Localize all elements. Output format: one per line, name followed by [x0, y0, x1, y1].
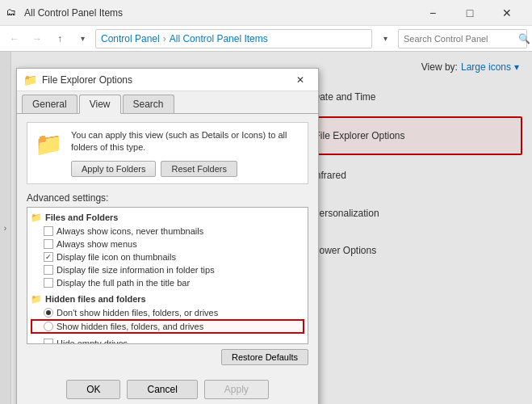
window-controls: − □ ✕	[414, 0, 526, 26]
checkbox-always-menus[interactable]	[44, 239, 53, 249]
adv-item-show-hidden[interactable]: Show hidden files, folders, and drives	[31, 319, 304, 334]
minimize-button[interactable]: −	[414, 0, 451, 26]
advanced-settings-list[interactable]: 📁 Files and Folders Always show icons, n…	[27, 207, 308, 344]
breadcrumb: Control Panel › All Control Panel Items	[95, 29, 372, 48]
refresh-arrow[interactable]: ▾	[375, 29, 395, 48]
adv-item-always-icons-label: Always show icons, never thumbnails	[57, 226, 203, 236]
breadcrumb-sep: ›	[163, 33, 166, 44]
folder-views-content: You can apply this view (such as Details…	[71, 129, 301, 177]
adv-item-always-icons[interactable]: Always show icons, never thumbnails	[31, 225, 304, 238]
checkbox-fullpath[interactable]	[44, 278, 53, 288]
adv-item-file-icon-thumbnails-label: Display file icon on thumbnails	[57, 252, 176, 262]
hidden-files-header[interactable]: 📁 Hidden files and folders	[31, 292, 304, 306]
dialog-tabs: General View Search	[17, 91, 318, 114]
adv-item-file-icon-thumbnails[interactable]: Display file icon on thumbnails	[31, 250, 304, 263]
apply-to-folders-button[interactable]: Apply to Folders	[71, 161, 156, 177]
checkbox-always-icons[interactable]	[44, 226, 53, 236]
dialog-controls: ✕	[289, 70, 312, 90]
adv-item-filesize-info[interactable]: Display file size information in folder …	[31, 263, 304, 276]
window-icon: 🗂	[6, 6, 19, 19]
radio-dont-show-hidden[interactable]	[44, 308, 53, 318]
adv-item-filesize-info-label: Display file size information in folder …	[57, 265, 215, 275]
restore-defaults-button[interactable]: Restore Defaults	[221, 349, 308, 365]
tab-search[interactable]: Search	[123, 95, 174, 113]
file-explorer-options-dialog: 📁 File Explorer Options ✕ General View S…	[16, 68, 319, 404]
folder-views-section: 📁 You can apply this view (such as Detai…	[27, 122, 308, 184]
adv-item-fullpath[interactable]: Display the full path in the title bar	[31, 276, 304, 289]
dialog-title-bar: 📁 File Explorer Options ✕	[17, 69, 318, 91]
adv-item-hide-empty-drives[interactable]: Hide empty drives	[31, 337, 304, 344]
reset-folders-button[interactable]: Reset Folders	[161, 161, 237, 177]
up-button[interactable]: ↑	[50, 29, 69, 48]
maximize-button[interactable]: □	[451, 0, 488, 26]
search-input[interactable]	[404, 34, 515, 44]
breadcrumb-segment2[interactable]: All Control Panel Items	[170, 33, 268, 44]
restore-btn-row: Restore Defaults	[27, 349, 308, 365]
cancel-button[interactable]: Cancel	[127, 380, 197, 399]
checkbox-hide-empty-drives[interactable]	[44, 339, 53, 344]
files-and-folders-group: 📁 Files and Folders Always show icons, n…	[31, 211, 304, 289]
folder-expand-icon: 📁	[31, 213, 42, 223]
tab-view[interactable]: View	[79, 95, 121, 114]
dialog-close-button[interactable]: ✕	[289, 70, 312, 90]
advanced-settings-label: Advanced settings:	[27, 192, 308, 204]
radio-show-hidden[interactable]	[44, 322, 53, 331]
files-and-folders-label: Files and Folders	[45, 213, 118, 222]
hidden-files-group: 📁 Hidden files and folders Don't show hi…	[31, 292, 304, 334]
window-title: All Control Panel Items	[24, 7, 409, 19]
hidden-expand-icon: 📁	[31, 294, 42, 305]
forward-button[interactable]: →	[27, 29, 47, 48]
files-and-folders-header[interactable]: 📁 Files and Folders	[31, 211, 304, 225]
close-button[interactable]: ✕	[488, 0, 526, 26]
adv-item-show-hidden-label: Show hidden files, folders, and drives	[57, 322, 203, 331]
hidden-files-label: Hidden files and folders	[45, 294, 146, 304]
folder-views-description: You can apply this view (such as Details…	[71, 129, 301, 154]
apply-button[interactable]: Apply	[204, 380, 269, 399]
adv-item-dont-show-hidden[interactable]: Don't show hidden files, folders, or dri…	[31, 306, 304, 319]
breadcrumb-segment1[interactable]: Control Panel	[101, 33, 160, 44]
adv-item-dont-show-hidden-label: Don't show hidden files, folders, or dri…	[57, 308, 218, 318]
dialog-icon: 📁	[23, 74, 37, 86]
adv-item-hide-empty-drives-label: Hide empty drives	[57, 339, 128, 344]
title-bar: 🗂 All Control Panel Items − □ ✕	[0, 0, 532, 26]
search-box: 🔍	[398, 29, 527, 48]
back-button[interactable]: ←	[5, 29, 24, 48]
checkbox-file-icon-thumbnails[interactable]	[44, 252, 53, 262]
adv-item-always-menus[interactable]: Always show menus	[31, 238, 304, 250]
adv-item-always-menus-label: Always show menus	[57, 239, 137, 249]
main-content: › View by: Large icons ▾ 💾 Backup and Re…	[0, 52, 532, 404]
dialog-footer: OK Cancel Apply	[17, 373, 318, 404]
folder-views-buttons: Apply to Folders Reset Folders	[71, 161, 301, 177]
folder-views-icon: 📁	[34, 129, 63, 158]
search-icon: 🔍	[518, 33, 530, 44]
checkbox-filesize-info[interactable]	[44, 265, 53, 275]
tab-general[interactable]: General	[22, 95, 77, 113]
adv-item-fullpath-label: Display the full path in the title bar	[57, 278, 190, 288]
dialog-title: File Explorer Options	[42, 74, 284, 86]
address-bar: ← → ↑ ▾ Control Panel › All Control Pane…	[0, 26, 532, 52]
dialog-body: 📁 You can apply this view (such as Detai…	[17, 114, 318, 373]
ok-button[interactable]: OK	[66, 380, 120, 399]
recent-button[interactable]: ▾	[73, 29, 92, 48]
